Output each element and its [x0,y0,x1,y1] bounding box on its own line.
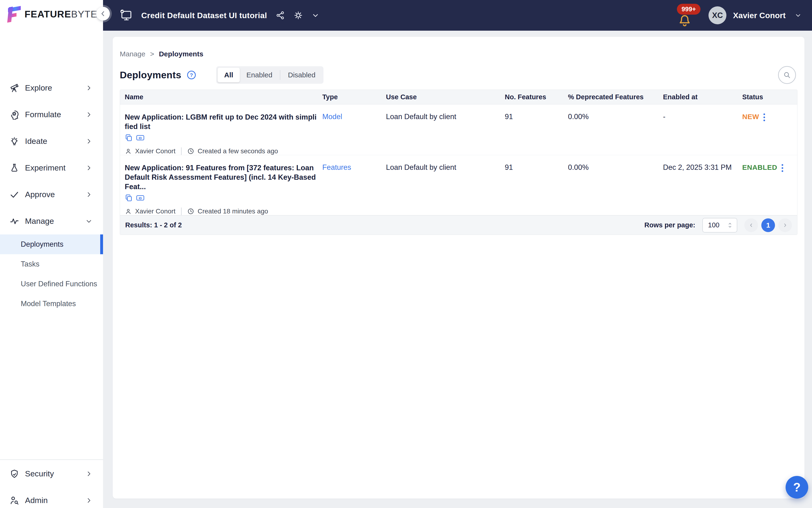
rows-per-page-label: Rows per page: [644,221,695,229]
svg-text:ID: ID [139,136,142,140]
sidebar-item-label: Experiment [25,163,86,172]
meta-divider [181,208,182,215]
sidebar-item-user-defined-functions[interactable]: User Defined Functions [0,274,103,294]
sidebar-item-admin[interactable]: Admin [0,487,103,508]
svg-text:ID: ID [139,197,142,200]
topbar: Credit Default Dataset UI tutorial 999+ … [103,0,812,31]
copy-icon[interactable] [125,134,133,142]
use-case-cell: Loan Default by client [386,104,505,155]
gear-icon[interactable] [294,11,303,20]
no-features-cell: 91 [505,155,568,215]
sidebar-nav: Explore Formulate Ideate Experiment Appr… [0,75,103,314]
sidebar: FEATUREBYTE Explore Formulate Ideate Exp… [0,0,103,508]
copy-icon[interactable] [125,194,133,202]
row-owner: Xavier Conort [135,208,175,215]
chevron-right-icon [86,138,92,144]
share-icon[interactable] [276,11,285,20]
help-fab-button[interactable]: ? [785,476,808,499]
column-header-no-features: No. Features [505,93,568,101]
activity-icon [9,216,19,226]
chevron-right-icon [86,191,92,198]
tab-divider [280,70,280,80]
sidebar-item-approve[interactable]: Approve [0,181,103,208]
head-gear-icon [9,110,19,120]
sidebar-item-formulate[interactable]: Formulate [0,101,103,128]
user-avatar[interactable]: XC [709,6,726,24]
brand-logo[interactable]: FEATUREBYTE [8,5,97,23]
sidebar-item-label: Admin [25,496,86,505]
manage-submenu: Deployments Tasks User Defined Functions… [0,235,103,314]
sidebar-item-experiment[interactable]: Experiment [0,155,103,181]
row-created: Created 18 minutes ago [197,208,268,215]
sidebar-item-label: Formulate [25,110,86,119]
clock-icon [187,147,194,155]
pagination: 1 [744,218,792,232]
featurebyte-logo-icon [8,5,21,23]
results-count: Results: 1 - 2 of 2 [125,221,182,229]
clock-icon [187,208,194,215]
meta-divider [181,147,182,155]
no-features-cell: 91 [505,104,568,155]
page-number-button[interactable]: 1 [761,218,775,232]
row-actions-kebab-icon[interactable] [781,163,783,172]
submenu-label: Tasks [21,260,39,268]
column-header-use-case: Use Case [386,93,505,101]
stepper-icon [727,222,733,229]
sidebar-item-label: Manage [25,216,86,226]
sidebar-item-label: Ideate [25,136,86,146]
table-row: New Application: LGBM refit up to Dec 20… [120,104,797,155]
tab-disabled[interactable]: Disabled [281,68,322,82]
sidebar-item-explore[interactable]: Explore [0,75,103,101]
sidebar-item-tasks[interactable]: Tasks [0,254,103,274]
sidebar-item-security[interactable]: Security [0,460,103,487]
chevron-right-icon [86,85,92,91]
chevron-right-icon [782,222,788,228]
type-link[interactable]: Model [322,113,342,121]
search-icon [783,71,791,79]
row-actions-kebab-icon[interactable] [763,113,765,121]
row-created: Created a few seconds ago [197,147,278,155]
id-icon[interactable]: ID [136,134,144,142]
rows-per-page-value: 100 [708,221,719,229]
type-link[interactable]: Features [322,163,351,171]
user-icon [125,208,132,215]
notifications-button[interactable]: 999+ [676,1,702,29]
breadcrumb-current: Deployments [159,50,203,58]
tab-enabled[interactable]: Enabled [240,68,279,82]
help-circle-icon[interactable]: ? [186,70,196,80]
sidebar-item-ideate[interactable]: Ideate [0,128,103,155]
catalog-title[interactable]: Credit Default Dataset UI tutorial [141,11,267,20]
chevron-right-icon [86,470,92,477]
column-header-name: Name [120,93,322,101]
tab-all[interactable]: All [218,68,240,82]
id-icon[interactable]: ID [136,194,144,202]
rows-per-page-select[interactable]: 100 [703,218,737,232]
main-content: Manage > Deployments Deployments ? All E… [103,31,812,508]
deployments-card: Manage > Deployments Deployments ? All E… [113,37,805,499]
column-header-enabled-at: Enabled at [663,93,742,101]
user-search-icon [9,496,19,505]
status-filter-tabs: All Enabled Disabled [216,66,323,84]
sidebar-item-model-templates[interactable]: Model Templates [0,294,103,314]
search-button[interactable] [778,66,796,84]
deployment-name-link[interactable]: New Application: 91 Features from [372 f… [125,163,319,192]
sidebar-item-deployments[interactable]: Deployments [0,235,103,254]
chevron-down-icon[interactable] [311,11,319,19]
sidebar-item-label: Explore [25,83,86,92]
sidebar-item-manage[interactable]: Manage [0,208,103,235]
breadcrumb-parent[interactable]: Manage [120,50,145,58]
deployment-name-link[interactable]: New Application: LGBM refit up to Dec 20… [125,113,319,131]
user-name[interactable]: Xavier Conort [733,11,785,20]
sidebar-item-label: Security [25,469,86,478]
sidebar-collapse-button[interactable] [96,7,110,20]
lightbulb-icon [9,136,19,146]
previous-page-button[interactable] [744,218,758,232]
breadcrumb: Manage > Deployments [120,50,797,58]
column-header-status: Status [742,93,797,101]
submenu-label: Deployments [21,240,63,249]
next-page-button[interactable] [778,218,792,232]
sidebar-bottom-section: Security Admin [0,459,103,508]
chevron-down-icon[interactable] [795,12,802,19]
submenu-label: Model Templates [21,299,76,308]
deployments-table: Name Type Use Case No. Features % Deprec… [120,90,797,235]
